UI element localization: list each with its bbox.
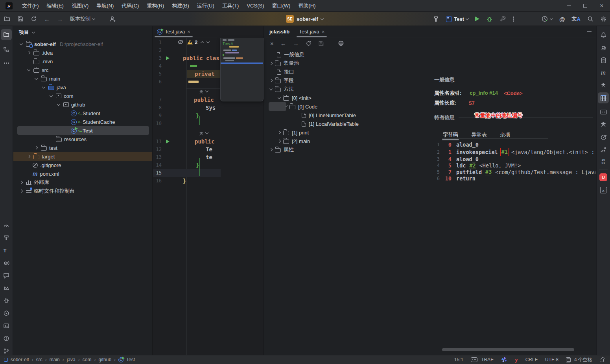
menu-refactor[interactable]: 重构(R) — [143, 0, 168, 12]
back-icon[interactable]: ← — [44, 16, 50, 22]
project-panel-header[interactable]: 项目 — [13, 26, 152, 38]
tree-item-scratches[interactable]: 临时文件和控制台 — [13, 187, 152, 195]
reload-icon[interactable] — [306, 40, 311, 46]
tree-item-resources[interactable]: resources — [13, 135, 152, 143]
menu-window[interactable]: 窗口(W) — [268, 0, 295, 12]
tree-item-studentcache[interactable]: CStudentCache — [13, 118, 152, 126]
caret-position[interactable]: 15:1 — [454, 357, 463, 362]
minimize-button[interactable] — [560, 0, 577, 12]
menu-view[interactable]: 视图(V) — [68, 0, 92, 12]
menu-file[interactable]: 文件(F) — [18, 0, 43, 12]
close-tab-icon[interactable]: × — [187, 29, 190, 35]
open-folder-icon[interactable] — [4, 16, 10, 22]
problems-tool-icon[interactable] — [1, 333, 12, 344]
meter-tool-icon[interactable] — [1, 220, 12, 231]
forward-icon[interactable]: → — [293, 40, 299, 47]
project-tool-icon[interactable] — [1, 29, 12, 40]
tab-bytecode[interactable]: 字节码 — [442, 132, 459, 140]
add-user-icon[interactable] — [109, 16, 116, 22]
pinwheel-tool-icon[interactable] — [598, 119, 609, 130]
detail-horizontal-scrollbar[interactable] — [442, 348, 574, 351]
y-plugin-icon[interactable]: y — [515, 357, 518, 363]
minimap-viewport-line[interactable] — [221, 63, 263, 64]
cp-info-link[interactable]: cp_info #14 — [470, 90, 498, 96]
crown-tool-icon[interactable] — [1, 283, 12, 294]
trae-widget[interactable]: TRAE — [471, 357, 494, 362]
editor-tab-test-java[interactable]: C Test.java × — [153, 26, 194, 37]
menu-tools[interactable]: 工具(T) — [218, 0, 243, 12]
run-button[interactable] — [475, 17, 479, 21]
project-selector[interactable]: sober-elf — [297, 16, 318, 22]
plugin-device-tool-icon[interactable] — [1, 295, 12, 306]
database-tool-icon[interactable] — [598, 55, 609, 66]
crumb-src[interactable]: src — [36, 357, 42, 362]
refresh-icon[interactable] — [31, 16, 37, 22]
notifications-bell-icon[interactable] — [598, 29, 609, 40]
dictionary-tool-icon[interactable]: A — [598, 185, 609, 196]
inlay-hint-icon[interactable] — [199, 90, 203, 94]
forward-icon[interactable]: → — [57, 16, 63, 22]
hide-panel-icon[interactable] — [587, 31, 592, 32]
commit-tool-icon[interactable] — [1, 44, 12, 55]
leetcode-tool-icon[interactable]: U — [598, 172, 609, 183]
jtree-general-info[interactable]: 一般信息 — [264, 50, 429, 59]
indent-setting[interactable]: 4 个空格 — [566, 357, 592, 363]
profile-wrench-icon[interactable] — [499, 16, 506, 22]
crumb-test[interactable]: Test — [126, 357, 135, 362]
monkey-tool-icon[interactable] — [598, 144, 609, 155]
jtree-methods[interactable]: 方法 — [264, 85, 429, 94]
more-tools-icon[interactable] — [1, 57, 12, 68]
menu-build[interactable]: 构建(B) — [168, 0, 193, 12]
inlay-hint-icon[interactable] — [199, 132, 203, 136]
jtree-attributes[interactable]: 属性 — [264, 145, 429, 154]
ai-assistant-icon[interactable]: @ — [559, 16, 565, 22]
binary-tool-icon[interactable]: 1001 — [598, 156, 609, 167]
tree-item-gitignore[interactable]: .gitignore — [13, 161, 152, 169]
tree-item-sober-elf[interactable]: sober-elfD:\project\sober-elf — [13, 40, 152, 48]
run-gutter-icon[interactable] — [166, 56, 170, 60]
line-separator[interactable]: CRLF — [525, 357, 538, 362]
target-tool-icon[interactable] — [598, 132, 609, 143]
crumb-java[interactable]: java — [67, 357, 76, 362]
tree-item-target[interactable]: target — [13, 152, 152, 161]
profiler-widget[interactable] — [541, 15, 553, 22]
jclasslib-window-title[interactable]: jclasslib — [264, 29, 295, 35]
jtree-print[interactable]: [1] print — [264, 128, 429, 137]
jtree-fields[interactable]: 字段 — [264, 76, 429, 85]
jclasslib-tab-test-java[interactable]: Test.java × — [295, 26, 328, 37]
menu-code[interactable]: 代码(C) — [118, 0, 143, 12]
jtree-interfaces[interactable]: 接口 — [264, 68, 429, 76]
crumb-github[interactable]: github — [98, 357, 111, 362]
audio-eye-tool-icon[interactable] — [1, 257, 12, 268]
inspection-widget[interactable]: 2 — [177, 39, 209, 45]
menu-run[interactable]: 运行(U) — [193, 0, 218, 12]
menu-vcs[interactable]: VCS(S) — [243, 0, 268, 12]
tab-exception-table[interactable]: 异常表 — [471, 132, 488, 140]
pinwheel-status-icon[interactable] — [501, 357, 507, 363]
run-configuration-selector[interactable]: Test — [446, 16, 468, 22]
todo-tool-icon[interactable]: T_ — [1, 245, 12, 256]
maximize-button[interactable] — [577, 0, 593, 12]
gradle-pinwheel-icon[interactable] — [598, 80, 609, 91]
close-file-icon[interactable]: × — [270, 40, 274, 47]
jtree-localvariabletable[interactable]: [1] LocalVariableTable — [264, 119, 429, 128]
jtree-code[interactable]: [0] Code — [269, 102, 286, 111]
editor-body[interactable]: 1 2 3public clas 4 5privat 6 7public 8Sy… — [153, 38, 263, 355]
run-gutter-icon[interactable] — [166, 140, 170, 143]
save-icon[interactable] — [17, 16, 24, 22]
jtree-init[interactable]: [0] <init> — [264, 94, 429, 102]
more-actions-icon[interactable] — [513, 18, 514, 20]
ai-agent-icon[interactable] — [598, 42, 609, 53]
jtree-linenumbertable[interactable]: [0] LineNumberTable — [264, 111, 429, 119]
card-tool-icon[interactable] — [598, 107, 609, 118]
constant-pool-ref-link[interactable]: #2 — [469, 162, 475, 169]
tree-item-github[interactable]: github — [13, 100, 152, 109]
close-button[interactable]: × — [593, 0, 610, 12]
save-icon[interactable] — [318, 40, 324, 46]
web-icon[interactable] — [338, 40, 344, 46]
debug-button[interactable] — [486, 16, 493, 22]
terminal-tool-icon[interactable] — [1, 320, 12, 331]
warning-count[interactable]: 2 — [187, 39, 197, 45]
tree-item-src[interactable]: src — [13, 66, 152, 74]
minimap-popup[interactable]: Test — [220, 38, 264, 101]
